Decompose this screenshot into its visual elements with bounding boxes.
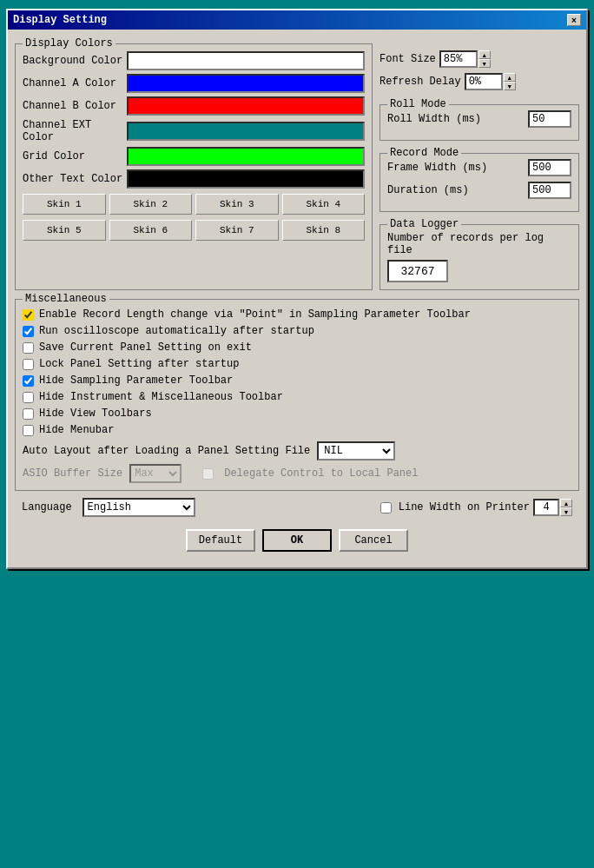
font-size-up[interactable]: ▲ [478,50,491,59]
cb-hide-view-label: Hide View Toolbars [39,407,152,420]
asio-row: ASIO Buffer Size Max Min Delegate Contro… [23,464,571,483]
cb-record-length-label: Enable Record Length change via "Point" … [39,308,471,321]
duration-row: Duration (ms) 500 [387,182,571,199]
skin-row-2: Skin 5 Skin 6 Skin 7 Skin 8 [23,220,365,241]
grid-color-label: Grid Color [23,150,127,162]
channel-b-swatch[interactable] [127,96,365,116]
background-color-row: Background Color [23,51,365,70]
cb-run-auto: Run oscilloscope automatically after sta… [23,325,571,337]
auto-layout-label: Auto Layout after Loading a Panel Settin… [23,445,310,457]
refresh-delay-down[interactable]: ▼ [504,82,516,90]
cb-lock-panel: Lock Panel Setting after startup [23,358,571,370]
refresh-delay-spinner: 0% ▲ ▼ [465,73,516,90]
font-size-down[interactable]: ▼ [478,59,491,68]
cb-hide-view: Hide View Toolbars [23,407,571,420]
line-width-down[interactable]: ▼ [560,507,572,516]
cancel-button[interactable]: Cancel [339,529,408,552]
skin4-button[interactable]: Skin 4 [282,194,366,215]
skin-row-1: Skin 1 Skin 2 Skin 3 Skin 4 [23,194,365,215]
skin5-button[interactable]: Skin 5 [23,220,106,241]
default-button[interactable]: Default [186,529,255,552]
frame-width-label: Frame Width (ms) [387,162,528,174]
line-width-input[interactable]: 4 [533,499,559,516]
misc-label: Miscellaneous [23,293,109,305]
channel-ext-row: Channel EXT Color [23,119,365,143]
asio-label: ASIO Buffer Size [23,467,122,480]
auto-layout-row: Auto Layout after Loading a Panel Settin… [23,441,571,461]
language-row: Language English German French Spanish L… [15,491,579,524]
skin8-button[interactable]: Skin 8 [282,220,366,241]
display-colors-group: Display Colors Background Color Channel … [15,43,373,290]
line-width-label: Line Width on Printer [399,501,530,514]
grid-color-swatch[interactable] [127,147,365,166]
channel-ext-label: Channel EXT Color [23,119,127,143]
refresh-delay-input[interactable]: 0% [465,73,503,90]
line-width-checkbox[interactable] [380,502,392,514]
cb-run-auto-label: Run oscilloscope automatically after sta… [39,325,314,337]
data-logger-label: Data Logger [387,218,461,230]
cb-record-length: Enable Record Length change via "Point" … [23,308,571,321]
frame-width-input[interactable]: 500 [528,159,571,176]
delegate-checkbox [202,468,214,480]
cb-hide-sampling: Hide Sampling Parameter Toolbar [23,374,571,387]
record-mode-label: Record Mode [387,147,461,159]
font-size-input[interactable]: 85% [439,50,478,68]
display-colors-label: Display Colors [23,37,116,50]
skin2-button[interactable]: Skin 2 [109,194,193,215]
channel-ext-swatch[interactable] [127,122,365,141]
miscellaneous-group: Miscellaneous Enable Record Length chang… [15,299,579,491]
cb-hide-view-input[interactable] [23,408,34,420]
cb-hide-instrument: Hide Instrument & Miscellaneous Toolbar [23,391,571,403]
records-label: Number of records per log file [387,232,571,256]
skin3-button[interactable]: Skin 3 [195,194,279,215]
cb-hide-sampling-input[interactable] [23,375,34,387]
line-width-section: Line Width on Printer 4 ▲ ▼ [380,499,572,516]
refresh-delay-label: Refresh Delay [380,76,461,88]
frame-width-row: Frame Width (ms) 500 [387,159,571,176]
refresh-delay-up[interactable]: ▲ [504,73,516,82]
dialog-title: Display Setting [13,14,107,26]
duration-label: Duration (ms) [387,184,528,196]
cb-hide-menu-label: Hide Menubar [39,424,114,436]
asio-select: Max Min [129,464,182,483]
dialog-window: Display Setting × Display Colors Backgro… [6,9,588,569]
language-select[interactable]: English German French Spanish [82,498,195,517]
right-panel: Font Size 85% ▲ ▼ Refresh Delay 0% [380,43,579,290]
skin1-button[interactable]: Skin 1 [23,194,106,215]
cb-save-panel-input[interactable] [23,342,34,354]
close-button[interactable]: × [567,14,581,26]
channel-a-swatch[interactable] [127,74,365,93]
roll-width-input[interactable]: 50 [528,110,571,128]
records-input[interactable]: 32767 [387,260,448,282]
cb-hide-menu-input[interactable] [23,425,34,436]
background-color-swatch[interactable] [127,51,365,70]
cb-hide-instrument-label: Hide Instrument & Miscellaneous Toolbar [39,391,283,403]
line-width-spinner: 4 ▲ ▼ [533,499,572,516]
cb-lock-panel-input[interactable] [23,359,34,370]
line-width-up[interactable]: ▲ [560,499,572,507]
roll-width-label: Roll Width (ms) [387,113,528,125]
roll-mode-group: Roll Mode Roll Width (ms) 50 [380,104,579,141]
cb-record-length-input[interactable] [23,309,34,321]
roll-width-row: Roll Width (ms) 50 [387,110,571,128]
ok-button[interactable]: OK [262,529,332,552]
font-size-label: Font Size [380,53,436,65]
delegate-label: Delegate Control to Local Panel [224,467,418,480]
cb-save-panel-label: Save Current Panel Setting on exit [39,341,252,354]
font-size-spinner: 85% ▲ ▼ [439,50,491,68]
other-text-label: Other Text Color [23,173,127,185]
roll-mode-label: Roll Mode [387,98,449,110]
title-bar: Display Setting × [8,10,586,30]
auto-layout-select[interactable]: NIL Auto Manual [317,441,395,461]
channel-a-row: Channel A Color [23,74,365,93]
cb-hide-menu: Hide Menubar [23,424,571,436]
other-text-row: Other Text Color [23,169,365,189]
refresh-delay-section: Refresh Delay 0% ▲ ▼ [380,73,579,90]
skin6-button[interactable]: Skin 6 [109,220,193,241]
duration-input[interactable]: 500 [528,182,571,199]
language-label: Language [22,501,72,514]
skin7-button[interactable]: Skin 7 [195,220,279,241]
cb-run-auto-input[interactable] [23,326,34,337]
cb-hide-instrument-input[interactable] [23,392,34,403]
other-text-swatch[interactable] [127,169,365,189]
